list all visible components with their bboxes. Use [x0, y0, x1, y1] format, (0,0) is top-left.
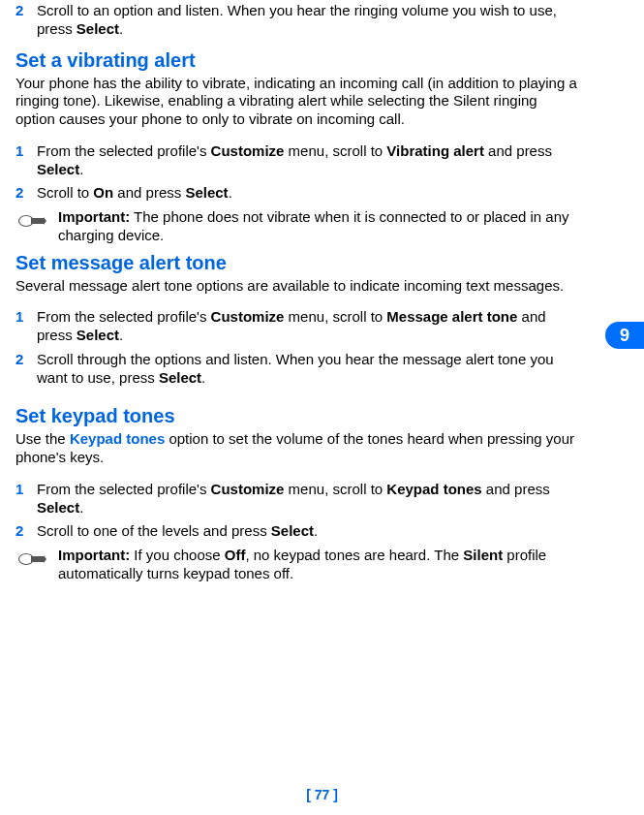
ui-term: Select — [185, 184, 228, 201]
ui-term: Customize — [211, 142, 285, 159]
vibrating-intro: Your phone has the ability to vibrate, i… — [15, 75, 577, 129]
text-run: Scroll to — [37, 184, 93, 201]
keypad-step-1: 1 From the selected profile's Customize … — [15, 481, 577, 517]
step-text: From the selected profile's Customize me… — [37, 308, 577, 345]
text-run: . — [229, 184, 232, 201]
text-run: Use the — [15, 430, 70, 447]
important-icon — [15, 208, 58, 245]
step-number: 1 — [15, 481, 37, 517]
ui-term: Keypad tones — [386, 481, 481, 497]
note-text: Important: The phone does not vibrate wh… — [58, 208, 577, 245]
step-text: From the selected profile's Customize me… — [37, 481, 577, 517]
message-step-1: 1 From the selected profile's Customize … — [15, 308, 577, 345]
ui-term: Select — [159, 369, 201, 386]
ui-term: Customize — [211, 308, 285, 325]
step-text: Scroll to one of the levels and press Se… — [37, 522, 577, 541]
step-number: 2 — [15, 2, 37, 39]
step-number: 1 — [15, 308, 37, 345]
text-run: The phone does not vibrate when it is co… — [58, 208, 569, 243]
step-text: Scroll through the options and listen. W… — [37, 351, 577, 388]
step-number: 1 — [15, 142, 37, 179]
heading-keypad-tones: Set keypad tones — [15, 404, 577, 428]
ui-term: Customize — [211, 481, 285, 497]
svg-marker-1 — [44, 217, 46, 225]
text-run: . — [119, 20, 123, 37]
text-run: . — [314, 522, 318, 539]
message-intro: Several message alert tone options are a… — [15, 277, 577, 296]
text-run: menu, scroll to — [284, 142, 386, 159]
text-run: . — [79, 499, 83, 516]
keyword: Keypad tones — [70, 430, 165, 447]
text-run: From the selected profile's — [37, 481, 211, 497]
keypad-step-2: 2 Scroll to one of the levels and press … — [15, 522, 577, 541]
text-run: Scroll to one of the levels and press — [37, 522, 271, 539]
ui-term: On — [93, 184, 113, 201]
ui-term: Select — [271, 522, 314, 539]
step-number: 2 — [15, 351, 37, 388]
ui-term: Message alert tone — [386, 308, 517, 325]
vibrating-important-note: Important: The phone does not vibrate wh… — [15, 208, 577, 245]
vibrating-step-1: 1 From the selected profile's Customize … — [15, 142, 577, 179]
ui-term: Vibrating alert — [386, 142, 484, 159]
heading-vibrating-alert: Set a vibrating alert — [15, 48, 577, 73]
text-run: . — [201, 369, 205, 386]
svg-marker-3 — [44, 555, 46, 563]
message-step-2: 2 Scroll through the options and listen.… — [15, 351, 577, 388]
step-number: 2 — [15, 522, 37, 541]
ui-term: Select — [77, 20, 119, 37]
important-icon — [15, 547, 58, 583]
text-run: Scroll through the options and listen. W… — [37, 351, 554, 386]
content-column: 2 Scroll to an option and listen. When y… — [15, 2, 577, 583]
text-run: If you choose — [130, 547, 225, 563]
keypad-important-note: Important: If you choose Off, no keypad … — [15, 547, 577, 583]
ui-term: Off — [225, 547, 246, 563]
vibrating-step-2: 2 Scroll to On and press Select. — [15, 184, 577, 203]
text-run: menu, scroll to — [284, 308, 386, 325]
ui-term: Silent — [463, 547, 503, 563]
text-run: and press — [113, 184, 185, 201]
ui-term: Select — [77, 327, 119, 343]
step-number: 2 — [15, 184, 37, 203]
step-text: Scroll to On and press Select. — [37, 184, 577, 203]
text-run: . — [79, 161, 83, 177]
step-text: Scroll to an option and listen. When you… — [37, 2, 577, 39]
text-run: From the selected profile's — [37, 308, 211, 325]
chapter-tab: 9 — [605, 322, 644, 349]
page-number: [ 77 ] — [0, 787, 644, 804]
heading-message-alert: Set message alert tone — [15, 251, 577, 275]
text-run: From the selected profile's — [37, 142, 211, 159]
ui-term: Select — [37, 499, 79, 516]
step-text: From the selected profile's Customize me… — [37, 142, 577, 179]
page-root: 2 Scroll to an option and listen. When y… — [0, 0, 644, 815]
ringing-step-2: 2 Scroll to an option and listen. When y… — [15, 2, 577, 39]
text-run: , no keypad tones are heard. The — [245, 547, 463, 563]
ui-term: Select — [37, 161, 79, 177]
note-text: Important: If you choose Off, no keypad … — [58, 547, 577, 583]
text-run: and press — [484, 142, 552, 159]
text-run: and press — [482, 481, 550, 497]
text-run: . — [119, 327, 123, 343]
note-label: Important: — [58, 547, 130, 563]
keypad-intro: Use the Keypad tones option to set the v… — [15, 430, 577, 467]
text-run: menu, scroll to — [284, 481, 386, 497]
note-label: Important: — [58, 208, 130, 225]
